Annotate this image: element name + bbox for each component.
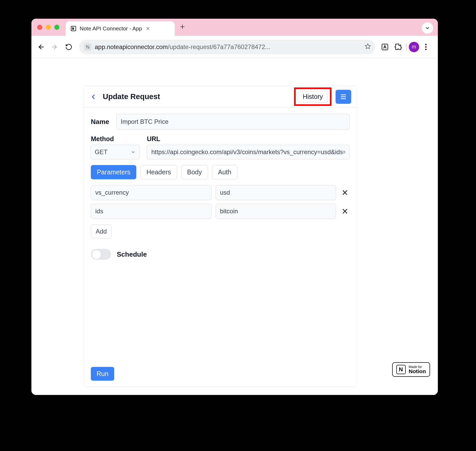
schedule-toggle[interactable]	[91, 249, 111, 260]
site-info-icon[interactable]	[84, 43, 92, 51]
svg-point-4	[425, 44, 427, 45]
param-key-input[interactable]	[91, 185, 212, 200]
extensions-puzzle-icon[interactable]	[392, 41, 404, 53]
param-key-input[interactable]	[91, 204, 212, 219]
run-button[interactable]: Run	[91, 367, 114, 381]
titlebar: Note API Connector - App	[31, 19, 438, 36]
svg-point-2	[89, 47, 89, 48]
extension-a-icon[interactable]	[379, 41, 391, 53]
schedule-label: Schedule	[117, 250, 147, 258]
name-label: Name	[91, 118, 112, 126]
reload-button[interactable]	[62, 40, 76, 54]
param-row	[91, 204, 350, 219]
tab-title: Note API Connector - App	[80, 25, 142, 32]
svg-point-6	[425, 49, 427, 50]
minimize-window-button[interactable]	[46, 25, 51, 30]
nav-forward-button[interactable]	[48, 40, 62, 54]
history-highlight: History	[294, 87, 331, 106]
badge-big-text: Notion	[409, 368, 426, 374]
page-title: Update Request	[103, 92, 160, 101]
svg-point-1	[86, 46, 87, 46]
param-value-input[interactable]	[216, 204, 336, 219]
request-card: Update Request History Name	[83, 86, 357, 387]
chevron-down-icon	[131, 149, 136, 155]
url-bar[interactable]: app.noteapiconnector.com/update-request/…	[79, 40, 375, 54]
method-label: Method	[91, 135, 140, 143]
name-input[interactable]	[116, 114, 350, 129]
tabs-menu-button[interactable]	[422, 22, 433, 34]
page-content: Update Request History Name	[31, 58, 438, 395]
menu-button[interactable]	[336, 90, 351, 104]
notion-icon: N	[396, 365, 406, 374]
tab-favicon-icon	[70, 25, 77, 32]
window-controls	[37, 25, 59, 30]
bookmark-star-icon[interactable]	[364, 43, 371, 51]
browser-tab[interactable]: Note API Connector - App	[66, 21, 175, 36]
browser-menu-icon[interactable]	[420, 41, 432, 53]
param-delete-button[interactable]	[340, 207, 350, 216]
made-for-notion-badge[interactable]: N Made for Notion	[392, 362, 430, 377]
method-select[interactable]: GET	[91, 145, 140, 159]
maximize-window-button[interactable]	[54, 25, 59, 30]
tab-headers[interactable]: Headers	[140, 165, 177, 179]
url-label: URL	[147, 135, 350, 143]
address-bar: app.noteapiconnector.com/update-request/…	[31, 36, 438, 58]
nav-back-button[interactable]	[34, 40, 47, 54]
method-value: GET	[95, 148, 107, 156]
params-list	[91, 185, 350, 219]
add-param-button[interactable]: Add	[91, 224, 112, 238]
back-button[interactable]	[89, 92, 98, 101]
url-text: app.noteapiconnector.com/update-request/…	[95, 43, 361, 51]
new-tab-button[interactable]	[179, 24, 186, 31]
tab-parameters[interactable]: Parameters	[91, 165, 136, 179]
close-window-button[interactable]	[37, 25, 42, 30]
tab-close-icon[interactable]	[145, 26, 151, 31]
svg-point-5	[425, 46, 427, 48]
card-header: Update Request History	[84, 86, 357, 108]
request-tabs: Parameters Headers Body Auth	[91, 165, 350, 179]
history-button[interactable]: History	[298, 91, 328, 102]
toolbar-separator	[406, 43, 407, 51]
param-row	[91, 185, 350, 200]
url-input[interactable]	[147, 145, 350, 159]
tab-body[interactable]: Body	[181, 165, 208, 179]
browser-window: Note API Connector - App	[31, 19, 438, 395]
tab-auth[interactable]: Auth	[212, 165, 237, 179]
param-delete-button[interactable]	[340, 188, 350, 197]
profile-avatar[interactable]: m	[409, 42, 419, 52]
param-value-input[interactable]	[216, 185, 336, 200]
card-body: Name Method GET URL	[84, 108, 357, 386]
